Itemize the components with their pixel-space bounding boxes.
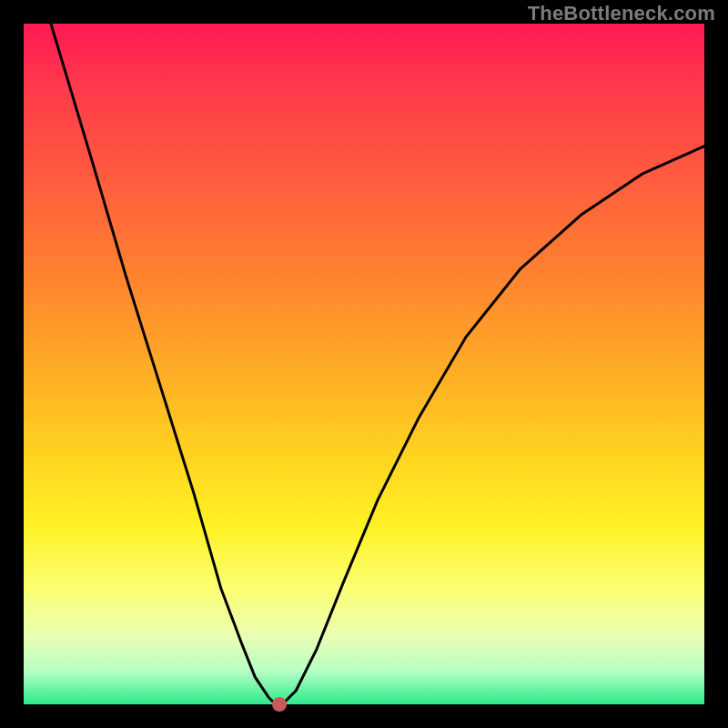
- plot-area: [24, 24, 704, 704]
- v-curve-path: [51, 24, 704, 704]
- marker-dot: [272, 697, 287, 712]
- curve-svg: [24, 24, 704, 704]
- chart-frame: TheBottleneck.com: [0, 0, 728, 728]
- watermark-text: TheBottleneck.com: [528, 2, 715, 25]
